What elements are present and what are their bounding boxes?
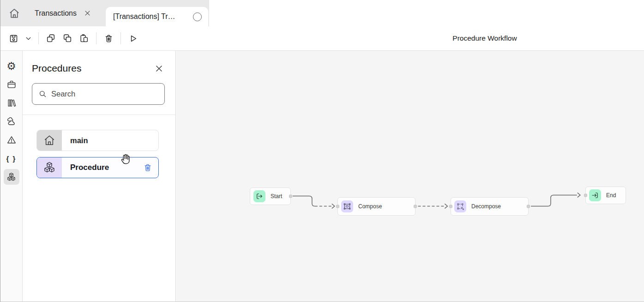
toolbar-separator [38,32,39,44]
tab-transactions-detail[interactable]: [Transactions] Tr… [106,7,208,26]
close-icon[interactable] [84,10,91,17]
workflow-canvas[interactable]: Start Compose [176,51,644,302]
node-label: End [606,192,616,199]
rail-item-warnings[interactable] [4,132,19,148]
duplicate-button[interactable] [59,30,76,47]
rail-item-procedures[interactable] [4,169,19,185]
search-box [32,83,165,105]
toolbar: Procedure Workflow [0,26,644,51]
node-end[interactable]: End [585,187,626,204]
list-item-label: main [70,136,88,145]
chevron-down-icon [24,35,32,42]
trash-icon [104,34,114,43]
compose-icon [341,200,353,212]
node-compose[interactable]: Compose [337,197,415,216]
delete-procedure-button[interactable] [143,163,152,172]
port-in[interactable] [336,205,339,208]
panel-header: Procedures [23,51,175,74]
start-arrow-icon [253,190,265,202]
panel-title: Procedures [32,63,81,74]
node-label: Compose [358,203,382,210]
clouds-icon [6,116,17,127]
gear-icon: ⚙ [6,61,16,72]
tab-transactions[interactable]: Transactions [24,0,97,26]
node-decompose[interactable]: Decompose [451,197,529,216]
list-item-procedure[interactable]: Procedure [36,157,159,178]
panel-close-button[interactable] [155,64,163,73]
curly-braces-icon: { } [6,155,17,163]
procedure-list: main Procedure [23,115,175,178]
tab-bar: Transactions [Transactions] Tr… [0,0,209,26]
rail-item-library[interactable] [4,95,19,111]
procedures-panel: Procedures main [23,51,176,302]
rail-item-settings[interactable]: ⚙ [4,58,19,74]
box-icon [6,79,17,90]
end-arrow-icon [589,189,601,201]
home-icon [8,7,20,19]
rail-item-code[interactable]: { } [4,151,19,166]
search-icon [38,90,47,98]
port-in[interactable] [584,194,587,197]
cubes-icon [37,157,62,178]
app-window: Transactions [Transactions] Tr… [0,0,644,302]
warning-triangle-icon [6,135,17,145]
toolbar-separator [96,32,96,44]
rail-item-cloud[interactable] [4,114,19,129]
list-item-main[interactable]: main [36,130,159,151]
port-out[interactable] [289,195,292,198]
rail-item-storage[interactable] [4,77,19,92]
copy-icon [46,33,56,43]
save-options-button[interactable] [22,30,35,47]
play-icon [128,34,138,43]
floppy-disk-icon [9,34,18,43]
search-input[interactable] [51,90,158,98]
tab-status-circle-icon[interactable] [193,12,202,21]
save-button[interactable] [5,30,22,47]
page-title: Procedure Workflow [452,34,517,42]
delete-button[interactable] [100,30,117,47]
clipboard-paste-icon [79,33,89,43]
left-icon-rail: ⚙ [0,51,23,302]
copy-button[interactable] [42,30,59,47]
node-label: Decompose [471,203,501,210]
port-in[interactable] [449,205,452,208]
cubes-icon [6,172,17,182]
port-out[interactable] [414,205,417,208]
edge-layer [176,51,644,302]
run-button[interactable] [125,30,141,47]
duplicate-icon [62,33,72,43]
toolbar-separator [120,32,121,44]
paste-button[interactable] [76,30,92,47]
decompose-icon [454,200,466,212]
home-button[interactable] [4,3,24,24]
tab-label: [Transactions] Tr… [113,12,175,21]
home-icon [37,130,62,151]
port-out[interactable] [527,205,530,208]
books-icon [6,98,17,108]
node-label: Start [271,193,282,199]
list-item-label: Procedure [70,163,109,172]
tab-label: Transactions [35,9,77,18]
node-start[interactable]: Start [250,187,291,205]
